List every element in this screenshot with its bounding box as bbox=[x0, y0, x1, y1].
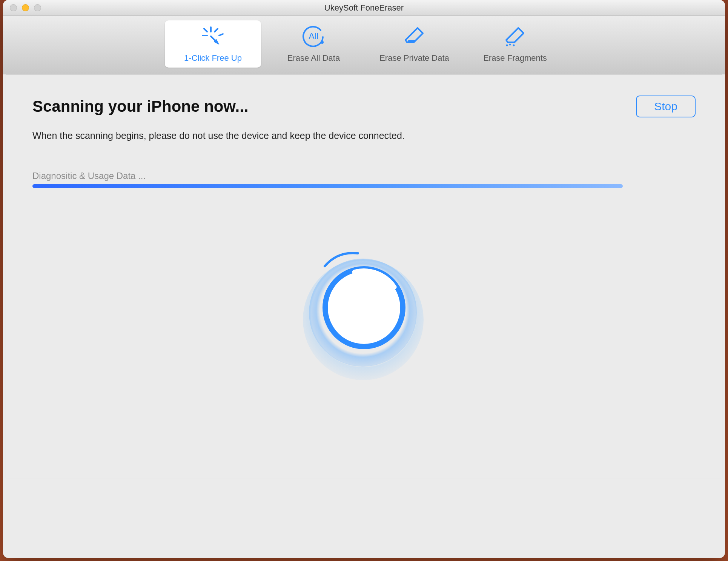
svg-text:All: All bbox=[309, 31, 319, 41]
stop-button[interactable]: Stop bbox=[636, 96, 696, 117]
minimize-window-button[interactable] bbox=[22, 4, 29, 11]
svg-line-3 bbox=[215, 29, 218, 32]
tab-free-up[interactable]: 1-Click Free Up bbox=[165, 20, 261, 68]
svg-point-8 bbox=[513, 44, 515, 46]
tab-erase-private[interactable]: Erase Private Data bbox=[366, 20, 462, 68]
svg-point-6 bbox=[321, 41, 324, 44]
svg-point-9 bbox=[506, 44, 508, 46]
tab-label: Erase Fragments bbox=[483, 53, 547, 63]
titlebar: UkeySoft FoneEraser bbox=[3, 0, 725, 16]
spinner-tail-icon bbox=[323, 248, 360, 269]
window-title: UkeySoft FoneEraser bbox=[3, 3, 725, 13]
window-controls bbox=[10, 4, 41, 11]
eraser-private-icon bbox=[401, 20, 428, 52]
tab-erase-fragments[interactable]: Erase Fragments bbox=[467, 20, 563, 68]
close-window-button[interactable] bbox=[10, 4, 17, 11]
app-window: UkeySoft FoneEraser 1-Click Free Up bbox=[3, 0, 725, 558]
tab-erase-all[interactable]: All Erase All Data bbox=[266, 20, 362, 68]
main-panel: Scanning your iPhone now... Stop When th… bbox=[6, 74, 722, 478]
eraser-fragments-icon bbox=[502, 20, 529, 52]
svg-line-2 bbox=[204, 29, 207, 32]
page-subtext: When the scanning begins, please do not … bbox=[32, 130, 696, 141]
progress-bar bbox=[32, 184, 623, 188]
toolbar: 1-Click Free Up All Erase All Data bbox=[3, 16, 725, 74]
cursor-spark-icon bbox=[200, 20, 227, 52]
svg-line-4 bbox=[219, 34, 223, 35]
heading-row: Scanning your iPhone now... Stop bbox=[32, 96, 696, 117]
tab-row: 1-Click Free Up All Erase All Data bbox=[165, 20, 563, 68]
maximize-window-button[interactable] bbox=[34, 4, 41, 11]
erase-all-icon: All bbox=[300, 20, 327, 52]
tab-label: Erase Private Data bbox=[379, 53, 449, 63]
scan-spinner bbox=[300, 248, 428, 376]
svg-point-7 bbox=[509, 43, 511, 45]
page-heading: Scanning your iPhone now... bbox=[32, 97, 248, 116]
tab-label: Erase All Data bbox=[287, 53, 340, 63]
tab-label: 1-Click Free Up bbox=[184, 53, 242, 63]
progress-label: Diagnositic & Usage Data ... bbox=[32, 171, 696, 181]
